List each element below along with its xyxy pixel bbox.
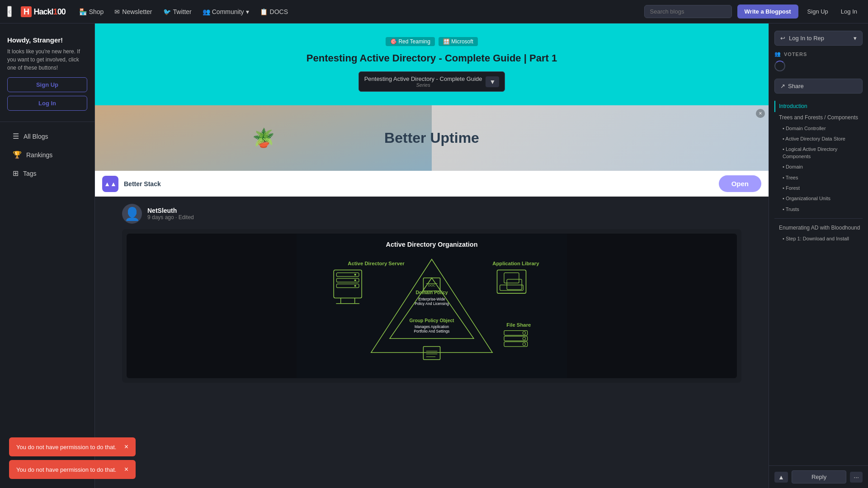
bullet-icon: • (783, 185, 786, 191)
signup-button-sidebar[interactable]: Sign Up (7, 77, 87, 92)
nav-right: 🔍 Write a Blogpost Sign Up Log In (644, 5, 861, 19)
toc-forest[interactable]: • Forest (774, 183, 863, 193)
svg-text:Active Directory Server: Active Directory Server (348, 261, 405, 266)
more-options-button[interactable]: ··· (850, 472, 863, 483)
ad-close-button[interactable]: × (756, 109, 765, 118)
logo[interactable]: H Hackl100 (21, 6, 66, 17)
chevron-down-icon: ▾ (246, 8, 249, 15)
nav-shop[interactable]: 🏪Shop (75, 5, 108, 18)
greeting-box: Howdy, Stranger! It looks like you're ne… (0, 33, 94, 122)
notification-2: You do not have permission to do that. × (9, 460, 136, 479)
svg-text:DOC: DOC (428, 283, 435, 287)
bullet-icon: • (783, 146, 786, 152)
avatar: 👤 (122, 204, 142, 224)
right-sidebar: ↩ Log In to Rep ▾ 👥 VOTERS ↗ Share Intro… (769, 23, 868, 488)
back-button[interactable]: ‹ (7, 6, 12, 17)
nav-newsletter[interactable]: ✉Newsletter (110, 5, 156, 18)
tags-icon: ⊞ (13, 169, 19, 178)
nav-twitter[interactable]: 🐦Twitter (159, 5, 196, 18)
share-button[interactable]: ↗ Share (774, 79, 863, 94)
author-info: NetSleuth 9 days ago · Edited (147, 207, 194, 221)
post-author: 👤 NetSleuth 9 days ago · Edited (122, 197, 741, 229)
toc-separator (774, 218, 863, 219)
svg-text:Manages Application: Manages Application (415, 325, 449, 329)
voters-spinner (774, 61, 785, 71)
bullet-icon: • (783, 236, 786, 241)
svg-point-10 (354, 279, 356, 281)
rankings-icon: 🏆 (13, 150, 22, 159)
post-title: Pentesting Active Directory - Complete G… (104, 52, 760, 64)
sidebar-item-tags[interactable]: ⊞ Tags (4, 164, 91, 182)
ad-logo: ▲▲ (102, 176, 118, 192)
svg-text:Policy And Licensing: Policy And Licensing (415, 302, 449, 306)
ad-open-button[interactable]: Open (719, 175, 761, 192)
svg-text:File Share: File Share (506, 322, 531, 328)
ad-banner: Better Uptime × 🪴 ▲▲ Better Stack Open (95, 105, 769, 197)
comment-bar: ▲ Reply ··· (769, 465, 868, 488)
series-toggle-button[interactable]: ▼ (486, 76, 499, 87)
search-wrapper: 🔍 (644, 5, 732, 18)
notification-close-1[interactable]: × (124, 443, 128, 451)
login-button-nav[interactable]: Log In (837, 5, 861, 18)
toc-ad-data-store[interactable]: • Active Directory Data Store (774, 134, 863, 144)
hero-section: 🎯 Red Teaming 🪟 Microsoft Pentesting Act… (95, 23, 769, 105)
toc-domain-controller[interactable]: • Domain Controller (774, 123, 863, 134)
toc-step1[interactable]: • Step 1: Download and Install (774, 234, 863, 244)
nav-docs[interactable]: 📋DOCS (255, 5, 292, 18)
voters-icon: 👥 (774, 51, 781, 57)
ad-diagram-svg: Active Directory Organization Active Dir… (127, 234, 737, 378)
toc-domain[interactable]: • Domain (774, 162, 863, 172)
toc-logical-ad[interactable]: • Logical Active Directory Components (774, 144, 863, 162)
toc-enum-bloodhound[interactable]: Enumerating AD with Bloodhound (774, 222, 863, 234)
ad-footer: ▲▲ Better Stack Open (95, 171, 769, 197)
svg-text:Active Directory Organization: Active Directory Organization (386, 241, 478, 248)
table-of-contents: Introduction Trees and Forests / Compone… (769, 101, 868, 244)
toc-org-units[interactable]: • Organizational Units (774, 193, 863, 204)
main-content: 🎯 Red Teaming 🪟 Microsoft Pentesting Act… (95, 23, 769, 488)
nav-community[interactable]: 👥Community▾ (198, 5, 254, 18)
top-navigation: ‹ H Hackl100 🏪Shop ✉Newsletter 🐦Twitter … (0, 0, 868, 23)
bullet-icon: • (783, 196, 786, 201)
main-layout: Howdy, Stranger! It looks like you're ne… (0, 23, 868, 488)
login-button-sidebar[interactable]: Log In (7, 96, 87, 111)
series-name: Pentesting Active Directory - Complete G… (364, 75, 482, 82)
svg-text:Enterprise-Wide: Enterprise-Wide (418, 297, 445, 301)
diagram-container: Active Directory Organization Active Dir… (122, 229, 741, 383)
reply-button[interactable]: Reply (792, 470, 846, 483)
sidebar-item-all-blogs[interactable]: ☰ All Blogs (4, 127, 91, 145)
bullet-icon: • (783, 175, 786, 180)
rep-icon: ↩ (780, 35, 785, 42)
ad-brand-name: Better Stack (124, 180, 713, 188)
signup-button-nav[interactable]: Sign Up (804, 5, 832, 18)
post-area: 👤 NetSleuth 9 days ago · Edited (95, 197, 769, 383)
tag-microsoft[interactable]: 🪟 Microsoft (439, 37, 478, 46)
sidebar-item-rankings[interactable]: 🏆 Rankings (4, 146, 91, 164)
toc-trusts[interactable]: • Trusts (774, 204, 863, 215)
login-to-rep-button[interactable]: ↩ Log In to Rep ▾ (774, 31, 863, 46)
bullet-icon: • (783, 164, 786, 169)
write-blogpost-button[interactable]: Write a Blogpost (737, 5, 798, 19)
series-bar: Pentesting Active Directory - Complete G… (359, 71, 505, 92)
left-sidebar: Howdy, Stranger! It looks like you're ne… (0, 23, 95, 488)
ad-image: Better Uptime × 🪴 (95, 105, 769, 171)
share-icon: ↗ (780, 83, 785, 89)
voters-section: 👥 VOTERS (774, 51, 863, 71)
search-input[interactable] (644, 5, 732, 18)
series-info: Pentesting Active Directory - Complete G… (364, 75, 482, 88)
svg-point-9 (354, 274, 356, 276)
collapse-button[interactable]: ▲ (774, 472, 788, 483)
hero-tags: 🎯 Red Teaming 🪟 Microsoft (104, 37, 760, 46)
author-name[interactable]: NetSleuth (147, 207, 194, 214)
toc-trees[interactable]: • Trees (774, 173, 863, 183)
toc-trees-forests[interactable]: Trees and Forests / Components (774, 112, 863, 123)
notification-close-2[interactable]: × (124, 465, 128, 474)
svg-text:Application Library: Application Library (492, 261, 539, 266)
chevron-down-icon: ▾ (854, 35, 857, 42)
svg-text:Portfolio And Settings: Portfolio And Settings (414, 329, 450, 333)
notification-text-2: You do not have permission to do that. (16, 466, 116, 473)
ad-headline: Better Uptime (384, 130, 479, 146)
toc-introduction[interactable]: Introduction (774, 101, 863, 112)
notification-text-1: You do not have permission to do that. (16, 444, 116, 450)
tag-red-teaming[interactable]: 🎯 Red Teaming (386, 37, 435, 46)
bullet-icon: • (783, 126, 786, 131)
